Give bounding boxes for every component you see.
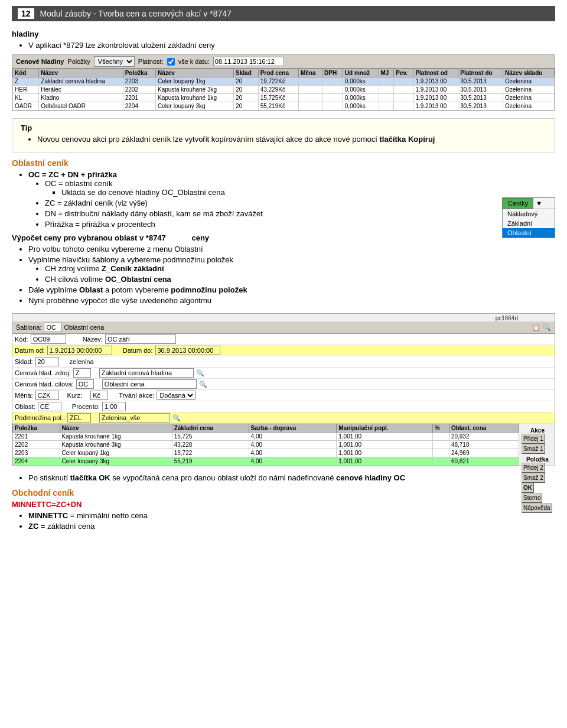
section-obchodni: Obchodní ceník MINNETTC=ZC+DN MINNETTC =…	[12, 488, 555, 531]
dropdown-arrow-icon[interactable]: ▼	[533, 199, 545, 208]
vypocet-bullet2: Vyplníme hlavičku šablony a vybereme pod…	[28, 255, 496, 284]
toolbar-filter-select[interactable]: Všechny	[94, 56, 135, 67]
cenova-zdroj-label: Cenová hlad. zdroj:	[15, 369, 71, 376]
page-title: Modul zásoby - Tvorba cen a cenových akc…	[40, 9, 232, 18]
oblast-input[interactable]	[38, 402, 61, 411]
cenova-cilova-label: Cenová hlad. cílová:	[15, 381, 74, 388]
obchodni-title: Obchodní ceník	[12, 488, 555, 498]
toolbar-icon2[interactable]: 🔍	[543, 324, 551, 332]
table-row: Z Základní cenová hladina 2203 Celer lou…	[13, 77, 555, 86]
vypocet-sub1: CH zdroj volíme Z_Ceník základní	[45, 264, 496, 273]
table-row: 2201 Kapusta krouhané 1kg 15,725 4,00 1,…	[13, 433, 519, 441]
podmnozina-search-icon[interactable]: 🔍	[172, 414, 181, 422]
tip-button-label: tlačítka Kopíruj	[380, 135, 435, 144]
menu-zakladni[interactable]: Základní	[503, 219, 555, 228]
col-percent: %	[432, 424, 449, 433]
screenshot1-table: Kód Název Položka Název Sklad Prod cena …	[12, 69, 555, 110]
col-prod-cena: Prod cena	[258, 69, 298, 77]
oblastni-zc: ZC = základní ceník (viz výše)	[45, 199, 555, 207]
napoveda-button[interactable]: Nápověda	[522, 503, 552, 513]
col-mena: Měna	[298, 69, 322, 77]
cenova-zdroj-search-icon[interactable]: 🔍	[196, 369, 204, 377]
mena-label: Měna:	[15, 392, 33, 399]
col-nazev-skladu: Název skladu	[503, 69, 555, 77]
vypocet-bullet3: Dále vyplníme Oblast a potom vybereme po…	[28, 285, 496, 294]
toolbar-polozky-label: Položky	[67, 58, 90, 65]
podmnozina-name-input[interactable]	[99, 413, 170, 422]
col-sazba-doprava: Sazba - doprava	[249, 424, 337, 433]
oblastni-ukládá: Ukládá se do cenové hladiny OC_Oblastní …	[61, 188, 555, 197]
col-platnost-do: Platnost do	[458, 69, 503, 77]
sablona-input[interactable]	[44, 323, 61, 332]
sc2-row-sklad: Sklad: zelenina	[12, 356, 555, 368]
sklad-input[interactable]	[35, 357, 59, 366]
akce-label: Akce	[522, 427, 553, 434]
page-number: 12	[18, 8, 34, 19]
col-nazev: Název	[39, 69, 123, 77]
screenshot1-toolbar: Cenové hladiny Položky Všechny Platnost:…	[12, 55, 555, 69]
storno-button[interactable]: Storno	[522, 493, 542, 503]
side-buttons-panel: Akce Přidej 1 Smaž 1 Položka Přidej 2 Sm…	[520, 424, 555, 514]
col-oblast-cena: Oblast. cena	[449, 424, 519, 433]
nazev-input[interactable]	[105, 334, 176, 344]
procento-label: Procento:	[72, 403, 100, 410]
kurz-input[interactable]	[90, 391, 108, 400]
oblastni-oc: OC = oblastní ceník Ukládá se do cenové …	[45, 179, 555, 197]
ceniky-button[interactable]: Ceníky	[503, 198, 533, 209]
toolbar-cenove-label: Cenové hladiny	[16, 58, 64, 65]
procento-input[interactable]	[102, 402, 126, 411]
toolbar-datum-input[interactable]	[213, 57, 284, 66]
podmnozina-input[interactable]	[67, 413, 91, 422]
table-row: OADR Odběratel OADR 2204 Celer loupaný 3…	[13, 102, 555, 110]
sc2-table-area: Položka Název Základní cena Sazba - dopr…	[12, 424, 555, 466]
ceny-label: ceny	[191, 233, 209, 242]
menu-nakladovy[interactable]: Nákladový	[503, 209, 555, 219]
datum-od-input[interactable]	[47, 346, 112, 355]
col-nazev: Název	[60, 424, 172, 433]
po-stisknuti-item: Po stisknutí tlačítka OK se vypočítaná c…	[28, 473, 555, 482]
cenova-cilova-search-icon[interactable]: 🔍	[199, 381, 207, 388]
oblastni-formula: OC = ZC + DN + přirážka OC = oblastní ce…	[28, 170, 555, 229]
cenik-menu-popup: Ceníky ▼ Nákladový Základní Oblastní	[502, 197, 555, 238]
tip-title: Tip	[21, 124, 546, 132]
sc2-row-cenova-cilova: Cenová hlad. cílová: 🔍	[12, 379, 555, 390]
smaz2-button[interactable]: Smaž 2	[522, 473, 545, 483]
cenova-zdroj-name-input[interactable]	[99, 368, 194, 378]
col-polozka: Položka	[123, 69, 155, 77]
toolbar-vse-label: vše k datu:	[178, 58, 210, 65]
sc2-main-table: Položka Název Základní cena Sazba - dopr…	[12, 424, 519, 466]
obchodni-bullet1: MINNETTC = minimální netto cena	[28, 511, 555, 520]
menu-oblastni[interactable]: Oblastní	[503, 228, 555, 238]
col-sklad: Sklad	[234, 69, 259, 77]
section-hladiny: hladiny V aplikaci *8729 lze zkontrolova…	[12, 30, 555, 50]
sc2-row-podmnozina: Podmnožina pol.: 🔍	[12, 412, 555, 424]
pridej1-button[interactable]: Přidej 1	[522, 434, 545, 444]
kod-input[interactable]	[31, 334, 66, 344]
smaz1-button[interactable]: Smaž 1	[522, 444, 545, 454]
oblast-label: Oblast:	[15, 403, 35, 410]
section-oblastni: Oblastní ceník OC = ZC + DN + přirážka O…	[12, 158, 555, 229]
sc2-table-header: Položka Název Základní cena Sazba - dopr…	[13, 424, 519, 433]
col-pev: Pev.	[394, 69, 413, 77]
col-ud-mnoz: Ud množ	[343, 69, 379, 77]
pridej2-button[interactable]: Přidej 2	[522, 463, 545, 473]
podmnozina-label: Podmnožina pol.:	[15, 414, 65, 421]
datum-do-input[interactable]	[155, 346, 220, 355]
vypocet-bullet1: Pro volbu tohoto ceníku vybereme z menu …	[28, 245, 496, 254]
hladiny-title: hladiny	[12, 30, 555, 38]
toolbar-icon1[interactable]: 📋	[532, 324, 540, 332]
toolbar-platnost-label: Platnost:	[138, 58, 164, 65]
sc2-row-cenova-zdroj: Cenová hlad. zdroj: 🔍	[12, 368, 555, 379]
tip-bullet: Novou cenovou akci pro základní ceník lz…	[37, 135, 546, 144]
col-kod: Kód	[13, 69, 39, 77]
ok-button[interactable]: OK	[522, 483, 534, 493]
cenova-cilova-name-input[interactable]	[102, 379, 197, 389]
sc2-row-oblast: Oblast: Procento:	[12, 401, 555, 412]
cenova-zdroj-input[interactable]	[73, 368, 91, 378]
toolbar-platnost-checkbox[interactable]	[167, 58, 175, 66]
mena-input[interactable]	[35, 391, 59, 400]
cenova-cilova-input[interactable]	[76, 379, 94, 389]
col-platnost-od: Platnost od	[413, 69, 458, 77]
pc-label: pc1664d	[12, 314, 555, 321]
trvani-select[interactable]: Dočasná	[157, 391, 195, 400]
